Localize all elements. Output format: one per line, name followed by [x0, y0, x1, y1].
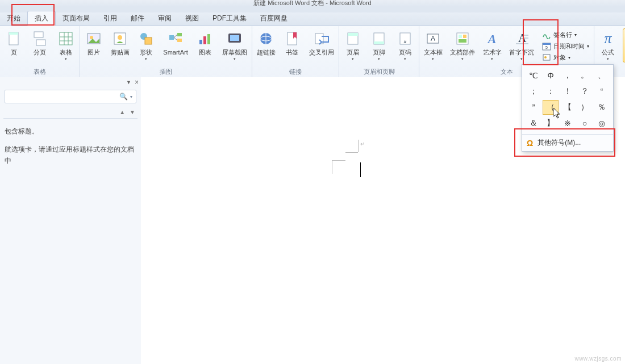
symbol-cell[interactable]: Φ [543, 68, 559, 83]
symbol-cell[interactable]: 【 [560, 100, 576, 115]
ribbon-button-label: 交叉引用 [309, 49, 334, 56]
ribbon-group-插图: 图片剪贴画形状▾SmartArt图表屏幕截图▾插图 [80, 26, 252, 77]
symbol-cell[interactable]: ” [526, 100, 541, 115]
ribbon-button-剪贴画[interactable]: 剪贴画 [109, 28, 131, 56]
ribbon-button-图片[interactable]: 图片 [82, 28, 105, 56]
tab-插入[interactable]: 插入 [27, 11, 56, 26]
window-title: 新建 Microsoft Word 文档 - Microsoft Word [253, 0, 371, 6]
nav-pane-header: ▼ × [0, 77, 141, 87]
nav-search-input[interactable]: 🔍 ▾ [5, 90, 136, 103]
svg-rect-22 [207, 34, 210, 44]
text-cursor [360, 162, 361, 177]
ribbon-button-交叉引用[interactable]: 交叉引用 [307, 28, 336, 56]
ribbon-button-页[interactable]: 页 [2, 28, 25, 56]
nav-prev-icon[interactable]: ▲ [119, 109, 125, 115]
close-icon[interactable]: × [135, 78, 139, 86]
ribbon-tabs: 开始插入页面布局引用邮件审阅视图PDF工具集百度网盘 [0, 12, 625, 26]
symbol-cell[interactable]: （ [543, 100, 559, 115]
ribbon-button-label: 页 [11, 49, 17, 56]
tab-邮件[interactable]: 邮件 [124, 11, 151, 26]
ribbon-button-公式[interactable]: π公式▾ [597, 28, 619, 61]
chevron-down-icon: ▾ [568, 55, 570, 60]
symbol-cell[interactable]: 。 [577, 68, 593, 83]
ribbon-button-页码[interactable]: #页码▾ [394, 28, 416, 61]
chevron-down-icon: ▾ [404, 57, 406, 61]
symbol-cell[interactable]: ※ [560, 116, 576, 131]
svg-line-19 [174, 37, 177, 40]
svg-rect-31 [348, 33, 358, 36]
ribbon-button-首字下沉[interactable]: A首字下沉▾ [507, 28, 536, 61]
nav-next-icon[interactable]: ▼ [130, 109, 135, 115]
symbol-cell[interactable]: ！ [560, 84, 576, 99]
chevron-down-icon[interactable]: ▾ [130, 94, 132, 99]
symbol-cell[interactable]: ， [560, 68, 576, 83]
chevron-down-icon: ▾ [574, 32, 577, 37]
ribbon-group-表格: 页分页表格▾表格 [0, 26, 80, 77]
ribbon-button-对象[interactable]: 对象 ▾ [540, 52, 591, 62]
chevron-down-icon: ▾ [587, 44, 589, 49]
ribbon-button-图表[interactable]: 图表 [194, 28, 216, 56]
ribbon-button-日期和时间[interactable]: 5日期和时间 ▾ [540, 41, 591, 51]
symbol-cell[interactable]: ℃ [526, 68, 541, 83]
symbol-dropdown-panel: ℃Φ，。、；：！？“”（【）％＆】※○◎ Ω 其他符号(M)... [522, 64, 614, 152]
chevron-down-icon: ▾ [520, 57, 523, 61]
chevron-down-icon: ▾ [491, 57, 493, 61]
ribbon-button-文档部件[interactable]: 文档部件▾ [448, 28, 477, 61]
symbol-cell[interactable]: ○ [577, 116, 593, 131]
more-symbols-label: 其他符号(M)... [538, 138, 581, 148]
ribbon-button-label: 图片 [88, 49, 100, 56]
symbol-cell[interactable]: 】 [543, 116, 559, 131]
symbol-cell[interactable]: 、 [594, 68, 610, 83]
symbol-grid: ℃Φ，。、；：！？“”（【）％＆】※○◎ [522, 65, 613, 134]
symbol-cell[interactable]: ◎ [594, 116, 610, 131]
ribbon-button-label: SmartArt [163, 49, 188, 56]
symbol-cell[interactable]: ＆ [526, 116, 541, 131]
ribbon-group-链接: 超链接书签交叉引用链接 [252, 26, 339, 77]
symbol-cell[interactable]: ？ [577, 84, 593, 99]
ribbon-button-艺术字[interactable]: A艺术字▾ [481, 28, 503, 61]
symbol-cell[interactable]: ； [526, 84, 541, 99]
svg-rect-33 [374, 41, 384, 44]
dropdown-icon[interactable]: ▼ [126, 80, 131, 85]
tab-审阅[interactable]: 审阅 [151, 11, 178, 26]
tab-页面布局[interactable]: 页面布局 [56, 11, 97, 26]
chevron-down-icon: ▾ [432, 57, 434, 61]
ribbon-button-书签[interactable]: 书签 [281, 28, 303, 56]
svg-rect-40 [463, 35, 466, 38]
nav-pane-tabs[interactable]: ▲ ▼ [0, 106, 141, 118]
svg-rect-3 [36, 40, 45, 45]
ribbon-button-分页[interactable]: 分页 [28, 28, 51, 56]
ribbon-button-页脚[interactable]: 页脚▾ [368, 28, 390, 61]
ribbon-button-label: 公式 [602, 49, 614, 56]
symbol-cell[interactable]: ％ [594, 100, 610, 115]
tab-引用[interactable]: 引用 [97, 11, 124, 26]
ribbon-button-签名行[interactable]: 签名行 ▾ [540, 30, 591, 40]
chevron-down-icon: ▾ [352, 57, 354, 61]
ribbon-button-label: 形状 [140, 49, 152, 56]
ribbon-button-SmartArt[interactable]: SmartArt [161, 28, 190, 56]
ribbon-button-label: 首字下沉 [509, 49, 534, 56]
ribbon-button-符号[interactable]: Ω符号▾ [623, 28, 625, 62]
ribbon-button-超链接[interactable]: 超链接 [255, 28, 277, 56]
tab-开始[interactable]: 开始 [0, 11, 27, 26]
ribbon-button-形状[interactable]: 形状▾ [135, 28, 157, 61]
ribbon-button-label: 超链接 [257, 49, 276, 56]
more-symbols-item[interactable]: Ω 其他符号(M)... [522, 134, 613, 151]
ribbon-button-屏幕截图[interactable]: 屏幕截图▾ [220, 28, 249, 61]
ribbon-button-label: 页脚 [373, 49, 385, 56]
symbol-cell[interactable]: ： [543, 84, 559, 99]
page-margin-corner-outer [332, 160, 349, 177]
ribbon-button-文本框[interactable]: A文本框▾ [422, 28, 444, 61]
ribbon-button-label: 剪贴画 [111, 49, 130, 56]
symbol-cell[interactable]: ） [577, 100, 593, 115]
symbol-cell[interactable]: “ [594, 84, 610, 99]
tab-PDF工具集[interactable]: PDF工具集 [206, 11, 253, 26]
svg-point-10 [90, 36, 93, 39]
tab-百度网盘[interactable]: 百度网盘 [253, 11, 294, 26]
tab-视图[interactable]: 视图 [178, 11, 206, 26]
ribbon-button-页眉[interactable]: 页眉▾ [341, 28, 364, 61]
chevron-down-icon: ▾ [65, 57, 67, 61]
ribbon-button-表格[interactable]: 表格▾ [55, 28, 77, 61]
ribbon-group-label: 页眉和页脚 [341, 66, 416, 77]
nav-pane-body: 包含标题。 航选项卡，请通过应用标题样式在您的文档中 [0, 119, 141, 173]
